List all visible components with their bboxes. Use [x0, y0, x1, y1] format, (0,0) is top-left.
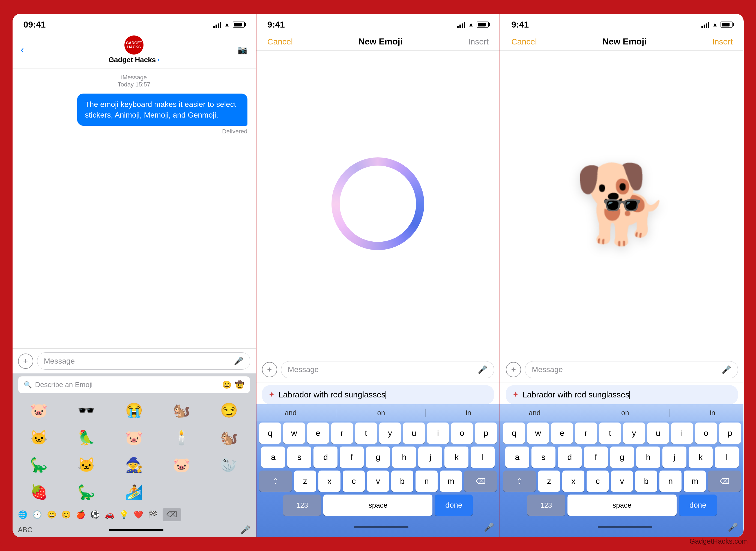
key-z-2[interactable]: z: [294, 471, 316, 492]
autocomplete-on-3[interactable]: on: [616, 407, 635, 419]
nature-icon[interactable]: 😊: [61, 510, 71, 519]
globe-icon[interactable]: 🌐: [18, 510, 28, 519]
key-x-2[interactable]: x: [318, 471, 341, 492]
emoji-search-bar[interactable]: 🔍 Describe an Emoji 😀 🤠: [18, 376, 250, 393]
key-f-2[interactable]: f: [340, 447, 364, 468]
key-s-2[interactable]: s: [287, 447, 311, 468]
symbols-icon[interactable]: ❤️: [134, 510, 143, 519]
emoji-item[interactable]: 🐱: [15, 424, 63, 451]
key-w-3[interactable]: w: [527, 423, 549, 444]
key-e-2[interactable]: e: [307, 423, 329, 444]
people-icon[interactable]: 😀: [47, 510, 56, 519]
key-num-3[interactable]: 123: [527, 495, 565, 516]
mic-button-1[interactable]: 🎤: [234, 357, 243, 366]
key-x-3[interactable]: x: [562, 471, 585, 492]
key-e-3[interactable]: e: [551, 423, 573, 444]
travel-icon[interactable]: 🚗: [105, 510, 114, 519]
emoji-item[interactable]: 🐷: [110, 424, 158, 451]
keyboard-delete-icon[interactable]: ⌫: [162, 508, 181, 521]
key-w-2[interactable]: w: [283, 423, 305, 444]
abc-label[interactable]: ABC: [18, 526, 32, 534]
emoji-smiley-icon[interactable]: 😀: [222, 380, 232, 389]
plus-button-2[interactable]: +: [262, 362, 277, 377]
insert-button-3[interactable]: Insert: [712, 37, 733, 46]
emoji-item[interactable]: 😭: [110, 397, 158, 424]
key-v-2[interactable]: v: [367, 471, 389, 492]
keyboard-mic-icon-1[interactable]: 🎤: [240, 525, 250, 535]
key-s-3[interactable]: s: [531, 447, 555, 468]
key-done-2[interactable]: done: [435, 495, 473, 516]
autocomplete-and-2[interactable]: and: [279, 407, 302, 419]
key-delete-2[interactable]: ⌫: [464, 471, 497, 492]
key-c-3[interactable]: c: [587, 471, 609, 492]
cancel-button-3[interactable]: Cancel: [511, 37, 537, 46]
key-k-2[interactable]: k: [444, 447, 468, 468]
emoji-item[interactable]: 🏄: [110, 478, 158, 506]
back-button-1[interactable]: ‹: [21, 44, 24, 56]
key-r-2[interactable]: r: [331, 423, 353, 444]
message-input-3[interactable]: Message 🎤: [525, 361, 738, 378]
mic-button-3[interactable]: 🎤: [722, 365, 731, 374]
key-space-2[interactable]: space: [323, 495, 432, 516]
insert-button-2[interactable]: Insert: [468, 37, 489, 46]
video-button-1[interactable]: 📷: [237, 45, 248, 55]
key-n-3[interactable]: n: [660, 471, 682, 492]
plus-button-1[interactable]: +: [18, 354, 33, 369]
key-shift-3[interactable]: ⇧: [503, 471, 536, 492]
key-shift-2[interactable]: ⇧: [259, 471, 292, 492]
emoji-item[interactable]: 😏: [206, 397, 253, 424]
autocomplete-and-3[interactable]: and: [523, 407, 546, 419]
key-b-3[interactable]: b: [635, 471, 657, 492]
contact-name-1[interactable]: Gadget Hacks ›: [108, 56, 159, 64]
key-j-3[interactable]: j: [663, 447, 686, 468]
key-p-2[interactable]: p: [475, 423, 497, 444]
recent-icon[interactable]: 🕐: [32, 510, 42, 519]
key-b-2[interactable]: b: [391, 471, 413, 492]
mic-button-2[interactable]: 🎤: [478, 365, 487, 374]
emoji-item[interactable]: 🍓: [15, 478, 63, 506]
key-c-2[interactable]: c: [343, 471, 365, 492]
key-delete-3[interactable]: ⌫: [708, 471, 741, 492]
key-h-3[interactable]: h: [636, 447, 660, 468]
emoji-item[interactable]: 🦭: [206, 451, 253, 478]
keyboard-mic-icon-3[interactable]: 🎤: [728, 522, 738, 532]
key-u-2[interactable]: u: [403, 423, 425, 444]
cancel-button-2[interactable]: Cancel: [267, 37, 293, 46]
emoji-item[interactable]: 🕶️: [63, 397, 110, 424]
key-g-3[interactable]: g: [610, 447, 634, 468]
key-j-2[interactable]: j: [418, 447, 442, 468]
key-done-3[interactable]: done: [679, 495, 717, 516]
key-h-2[interactable]: h: [392, 447, 416, 468]
key-f-3[interactable]: f: [584, 447, 608, 468]
key-t-2[interactable]: t: [355, 423, 377, 444]
genmoji-prompt-bar-3[interactable]: ✦ Labrador with red sunglasses: [506, 385, 738, 404]
emoji-item[interactable]: 🐿️: [158, 397, 205, 424]
activity-icon[interactable]: ⚽: [90, 510, 100, 519]
key-y-2[interactable]: y: [379, 423, 401, 444]
key-a-2[interactable]: a: [261, 447, 285, 468]
key-i-3[interactable]: i: [671, 423, 693, 444]
emoji-item[interactable]: 🦕: [15, 451, 63, 478]
objects-icon[interactable]: 💡: [119, 510, 129, 519]
key-q-3[interactable]: q: [503, 423, 525, 444]
flags-icon[interactable]: 🏁: [148, 510, 158, 519]
key-o-2[interactable]: o: [451, 423, 473, 444]
key-u-3[interactable]: u: [647, 423, 669, 444]
emoji-item[interactable]: 🕯️: [158, 424, 205, 451]
key-o-3[interactable]: o: [695, 423, 717, 444]
key-k-3[interactable]: k: [689, 447, 713, 468]
emoji-item[interactable]: 🦕: [63, 478, 110, 506]
key-i-2[interactable]: i: [427, 423, 449, 444]
key-y-3[interactable]: y: [623, 423, 645, 444]
food-icon[interactable]: 🍎: [76, 510, 85, 519]
keyboard-mic-icon-2[interactable]: 🎤: [484, 522, 494, 532]
key-a-3[interactable]: a: [505, 447, 529, 468]
autocomplete-in-3[interactable]: in: [704, 407, 721, 419]
key-g-2[interactable]: g: [366, 447, 390, 468]
key-space-3[interactable]: space: [568, 495, 677, 516]
key-l-2[interactable]: l: [471, 447, 495, 468]
genmoji-prompt-bar-2[interactable]: ✦ Labrador with red sunglasses: [262, 385, 494, 404]
key-n-2[interactable]: n: [415, 471, 438, 492]
key-z-3[interactable]: z: [538, 471, 560, 492]
key-d-2[interactable]: d: [314, 447, 338, 468]
